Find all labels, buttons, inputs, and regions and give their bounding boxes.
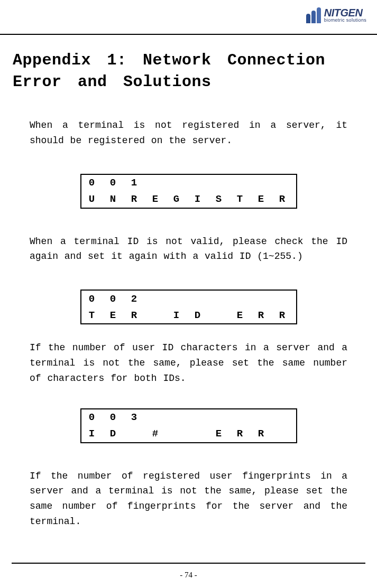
display-cell: [208, 307, 229, 323]
display-cell: R: [251, 426, 272, 442]
error-display-001: 0 0 1 U N R E G I S T E R: [80, 174, 297, 209]
error-display-002: 0 0 2 T E R I D E R R: [80, 290, 297, 324]
display-cell: U: [81, 191, 103, 208]
display-cell: 0: [81, 175, 103, 191]
display-cell: R: [272, 191, 293, 208]
display-cell: [187, 409, 208, 426]
display-cell: [208, 291, 229, 307]
display-cell: E: [251, 191, 272, 208]
display-cell: [145, 291, 166, 307]
display-cell: R: [124, 307, 145, 323]
footer-rule: [12, 563, 365, 564]
display-cell: 0: [81, 409, 103, 426]
display-cell: R: [124, 191, 145, 208]
display-cell: 0: [81, 291, 103, 307]
paragraph-4: If the number of registered user fingerp…: [30, 469, 347, 529]
display-cell: [251, 409, 272, 426]
display-cell: E: [208, 426, 229, 442]
display-cell: E: [145, 191, 166, 208]
display-cell: [166, 426, 187, 442]
display-cell: [166, 409, 187, 426]
display-cell: 0: [103, 409, 124, 426]
paragraph-3: If the number of user ID characters in a…: [30, 340, 347, 386]
paragraph-2: When a terminal ID is not valid, please …: [30, 234, 347, 265]
brand-logo: NITGEN biometric solutions: [306, 6, 366, 23]
display-cell: [229, 409, 251, 426]
logo-icon: [306, 6, 321, 23]
display-cell: [251, 175, 272, 191]
display-cell: R: [229, 426, 251, 442]
logo-name: NITGEN: [324, 7, 366, 18]
paragraph-1: When a terminal is not registered in a s…: [30, 118, 347, 148]
display-cell: [145, 175, 166, 191]
display-cell: 0: [103, 291, 124, 307]
page-title: Appendix 1: Network Connection Error and…: [13, 50, 364, 92]
display-cell: [272, 175, 293, 191]
display-cell: 0: [103, 175, 124, 191]
error-display-003: 0 0 3 I D # E R R: [80, 408, 297, 443]
display-cell: [208, 175, 229, 191]
display-cell: D: [103, 426, 124, 442]
display-cell: I: [81, 426, 103, 442]
logo-tagline: biometric solutions: [324, 18, 366, 23]
display-cell: [187, 175, 208, 191]
display-cell: R: [251, 307, 272, 323]
display-cell: [166, 175, 187, 191]
display-cell: [208, 409, 229, 426]
page-number: - 74 -: [0, 571, 377, 580]
display-cell: R: [272, 307, 293, 323]
page-content: Appendix 1: Network Connection Error and…: [0, 35, 377, 529]
display-cell: G: [166, 191, 187, 208]
logo-text: NITGEN biometric solutions: [324, 7, 366, 23]
display-cell: 2: [124, 291, 145, 307]
display-cell: [251, 291, 272, 307]
display-cell: D: [187, 307, 208, 323]
display-cell: N: [103, 191, 124, 208]
display-cell: [272, 409, 293, 426]
display-cell: T: [81, 307, 103, 323]
display-cell: [187, 291, 208, 307]
display-cell: [187, 426, 208, 442]
display-cell: E: [103, 307, 124, 323]
display-cell: T: [229, 191, 251, 208]
display-cell: [272, 291, 293, 307]
display-cell: S: [208, 191, 229, 208]
display-cell: [229, 291, 251, 307]
display-cell: [166, 291, 187, 307]
display-cell: [124, 426, 145, 442]
display-cell: 1: [124, 175, 145, 191]
display-cell: I: [187, 191, 208, 208]
display-cell: I: [166, 307, 187, 323]
display-cell: E: [229, 307, 251, 323]
display-cell: [229, 175, 251, 191]
display-cell: #: [145, 426, 166, 442]
display-cell: [145, 307, 166, 323]
display-cell: [145, 409, 166, 426]
display-cell: 3: [124, 409, 145, 426]
page-header: NITGEN biometric solutions: [0, 0, 377, 35]
display-cell: [272, 426, 293, 442]
